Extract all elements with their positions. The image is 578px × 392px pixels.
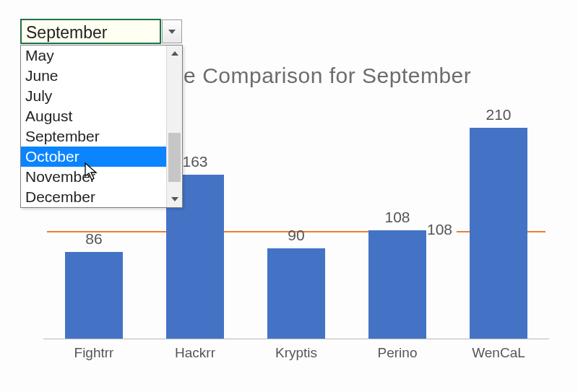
- scroll-track[interactable]: [167, 61, 182, 191]
- scroll-up-button[interactable]: [167, 45, 182, 61]
- chevron-up-icon: [171, 51, 178, 56]
- month-option[interactable]: August: [21, 106, 166, 126]
- category-label: WenCaL: [455, 345, 542, 361]
- bar: 90: [267, 248, 325, 339]
- bar-value-label: 86: [65, 230, 123, 248]
- dropdown-scrollbar[interactable]: [166, 45, 182, 207]
- category-label: Hackrr: [152, 345, 238, 361]
- category-label: Kryptis: [253, 345, 340, 361]
- caret-down-icon: [168, 30, 176, 34]
- bar-value-label: 90: [267, 227, 325, 244]
- category-label: Fightrr: [51, 345, 137, 361]
- month-option[interactable]: September: [21, 126, 166, 147]
- scroll-down-button[interactable]: [167, 191, 182, 207]
- month-option[interactable]: November: [21, 167, 166, 187]
- month-option[interactable]: December: [21, 187, 166, 207]
- month-option[interactable]: October: [21, 147, 166, 167]
- reference-line-label: 108: [423, 221, 457, 238]
- month-cell[interactable]: September: [20, 19, 161, 44]
- bar: 86: [65, 252, 123, 339]
- bar: 108: [368, 230, 426, 339]
- chevron-down-icon: [171, 197, 178, 201]
- bar: 210: [470, 128, 527, 339]
- bar-value-label: 108: [368, 209, 426, 226]
- scroll-thumb[interactable]: [168, 133, 181, 182]
- month-option[interactable]: June: [21, 66, 166, 86]
- month-dropdown-list[interactable]: MayJuneJulyAugustSeptemberOctoberNovembe…: [20, 45, 183, 208]
- month-dropdown-button[interactable]: [162, 19, 182, 43]
- month-option[interactable]: May: [21, 45, 166, 66]
- category-label: Perino: [354, 345, 441, 361]
- month-option[interactable]: July: [21, 86, 166, 106]
- bar-value-label: 210: [470, 106, 527, 123]
